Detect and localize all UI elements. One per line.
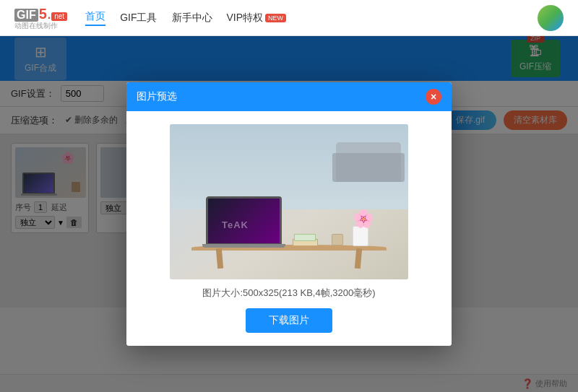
modal-overlay: 图片预选 × [0,36,578,392]
main-nav: 首页 GIF工具 新手中心 VIP特权 NEW [85,10,538,26]
modal: 图片预选 × [126,82,452,346]
modal-image-container: 🌸 TeAK [170,124,408,279]
modal-title: 图片预选 [137,90,177,103]
modal-info-text: 图片大小:500x325(213 KB,4帧,3200毫秒) [202,287,375,300]
logo-gif: GIF [14,9,38,22]
modal-download-btn[interactable]: 下载图片 [246,308,332,333]
logo-net: net [51,12,67,21]
nav-item-home[interactable]: 首页 [85,10,105,26]
nav-item-vip[interactable]: VIP特权 NEW [227,12,287,25]
logo-5: 5 [39,6,47,21]
vip-badge: NEW [265,14,286,22]
modal-body: 🌸 TeAK 图片大小:500x325(213 KB,4帧,3200毫秒) 下载… [126,111,452,346]
avatar[interactable] [538,5,564,31]
header: GIF 5 . net 动图在线制作 首页 GIF工具 新手中心 VIP特权 N… [0,0,578,36]
logo-dot: . [48,9,51,21]
main-area: ⊞ GIF合成 ZIP 🗜 GIF压缩 GIF设置： 压缩选项： ✔ 删除多余的… [0,36,578,392]
logo-subtitle: 动图在线制作 [14,22,67,30]
nav-item-tools[interactable]: GIF工具 [120,12,157,25]
modal-header: 图片预选 × [126,82,452,111]
logo: GIF 5 . net 动图在线制作 [14,6,67,30]
teak-text: TeAK [222,219,249,230]
modal-close-btn[interactable]: × [426,89,441,105]
nav-item-newbie[interactable]: 新手中心 [172,12,212,25]
